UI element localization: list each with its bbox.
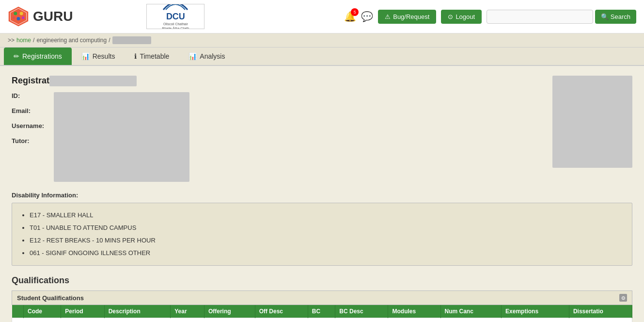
student-qualifications-header: Student Qualifications ⊙ <box>12 290 632 305</box>
svg-point-4 <box>16 17 20 20</box>
col-year: Year <box>171 305 204 318</box>
pencil-icon: ✏ <box>14 52 19 60</box>
breadcrumb-prefix: >> <box>8 37 15 44</box>
registration-section: Registrat ID: Email: Username: Tutor: <box>12 76 632 182</box>
registration-title: Registrat <box>12 76 541 86</box>
col-num-canc: Num Canc <box>440 305 502 318</box>
dcu-title-text: DCU <box>166 12 185 22</box>
logout-button[interactable]: ⊙ Logout <box>441 10 482 24</box>
student-qual-label: Student Qualifications <box>17 294 84 302</box>
col-checkbox <box>12 305 24 318</box>
disability-section: Disability Information: E17 - SMALLER HA… <box>12 192 632 266</box>
svg-point-3 <box>20 12 23 15</box>
dcu-subtitle-text: Ollscoil ChathairBhaile Átha CliathDubli… <box>159 22 192 29</box>
scroll-indicator[interactable]: ⊙ <box>619 294 627 302</box>
col-period: Period <box>61 305 104 318</box>
tabs-bar: ✏ Registrations 📊 Results ℹ Timetable 📊 … <box>0 48 644 66</box>
registration-photo-redacted <box>552 76 632 168</box>
analysis-chart-icon: 📊 <box>188 52 197 60</box>
table-row <box>12 318 632 322</box>
info-icon: ℹ <box>134 52 137 60</box>
disability-box: E17 - SMALLER HALL T01 - UNABLE TO ATTEN… <box>12 203 632 266</box>
qualifications-table-wrapper: Code Period Description Year Offering Of… <box>12 305 632 322</box>
disability-list: E17 - SMALLER HALL T01 - UNABLE TO ATTEN… <box>20 209 624 259</box>
app-title: GURU <box>33 9 73 24</box>
col-description: Description <box>104 305 171 318</box>
search-input[interactable] <box>487 10 593 24</box>
header: GURU DCU Ollscoil ChathairBhaile Átha Cl… <box>0 0 644 33</box>
logo-area: GURU <box>8 6 73 27</box>
email-label: Email: <box>12 107 44 114</box>
qualifications-title: Qualifications <box>12 275 632 286</box>
notification-badge: 5 <box>351 8 359 16</box>
dcu-arc-icon <box>161 4 190 12</box>
search-icon: 🔍 <box>601 13 609 20</box>
col-code: Code <box>24 305 61 318</box>
dcu-logo: DCU Ollscoil ChathairBhaile Átha CliathD… <box>146 4 204 29</box>
tab-timetable[interactable]: ℹ Timetable <box>125 48 179 65</box>
svg-point-6 <box>22 16 24 19</box>
col-bc-desc: BC Desc <box>335 305 388 318</box>
col-offering: Offering <box>204 305 255 318</box>
username-label: Username: <box>12 122 44 129</box>
svg-point-2 <box>14 12 17 15</box>
col-exemptions: Exemptions <box>502 305 569 318</box>
qualifications-section: Qualifications Student Qualifications ⊙ … <box>12 275 632 322</box>
tab-analysis[interactable]: 📊 Analysis <box>179 48 235 65</box>
message-icon: 💬 <box>361 11 373 22</box>
list-item: 061 - SIGNIF ONGOING ILLNESS OTHER <box>30 247 624 259</box>
search-button[interactable]: 🔍 Search <box>595 10 636 24</box>
table-header-row: Code Period Description Year Offering Of… <box>12 305 632 318</box>
tab-registrations[interactable]: ✏ Registrations <box>4 48 72 65</box>
message-button[interactable]: 💬 <box>361 11 373 22</box>
tab-results[interactable]: 📊 Results <box>72 48 125 65</box>
field-labels: ID: Email: Username: Tutor: <box>12 92 44 182</box>
breadcrumb-sep1: / <box>33 37 34 44</box>
reg-info: Registrat ID: Email: Username: Tutor: <box>12 76 541 182</box>
breadcrumb: >> home / engineering and computing / <box>0 33 644 48</box>
id-label: ID: <box>12 92 44 99</box>
qualifications-table: Code Period Description Year Offering Of… <box>12 305 632 322</box>
logout-icon: ⊙ <box>448 13 453 20</box>
list-item: T01 - UNABLE TO ATTEND CAMPUS <box>30 222 624 234</box>
guru-logo-icon <box>8 6 29 27</box>
bug-request-button[interactable]: ⚠ Bug/Request <box>378 10 436 24</box>
col-modules: Modules <box>388 305 440 318</box>
svg-marker-0 <box>9 7 28 26</box>
col-bc: BC <box>308 305 335 318</box>
col-off-desc: Off Desc <box>255 305 308 318</box>
disability-title: Disability Information: <box>12 192 632 199</box>
notification-bell-button[interactable]: 🔔 5 <box>344 11 356 22</box>
header-right: 🔔 5 💬 ⚠ Bug/Request ⊙ Logout 🔍 Search <box>344 10 636 24</box>
registration-values-redacted <box>54 92 189 182</box>
warning-icon: ⚠ <box>385 13 391 20</box>
col-dissertatio: Dissertatio <box>569 305 632 318</box>
main-content: Registrat ID: Email: Username: Tutor: Di… <box>0 66 644 322</box>
tutor-label: Tutor: <box>12 137 44 145</box>
registration-fields: ID: Email: Username: Tutor: <box>12 92 541 182</box>
registration-title-redact <box>49 76 137 86</box>
list-item: E17 - SMALLER HALL <box>30 209 624 222</box>
search-bar: 🔍 Search <box>487 10 636 24</box>
list-item: E12 - REST BREAKS - 10 MINS PER HOUR <box>30 234 624 247</box>
breadcrumb-section: engineering and computing <box>36 37 107 44</box>
breadcrumb-home-link[interactable]: home <box>16 37 31 44</box>
breadcrumb-sep2: / <box>109 37 110 44</box>
breadcrumb-redacted <box>112 36 151 44</box>
chart-bar-icon: 📊 <box>81 52 90 60</box>
svg-point-5 <box>13 16 15 19</box>
